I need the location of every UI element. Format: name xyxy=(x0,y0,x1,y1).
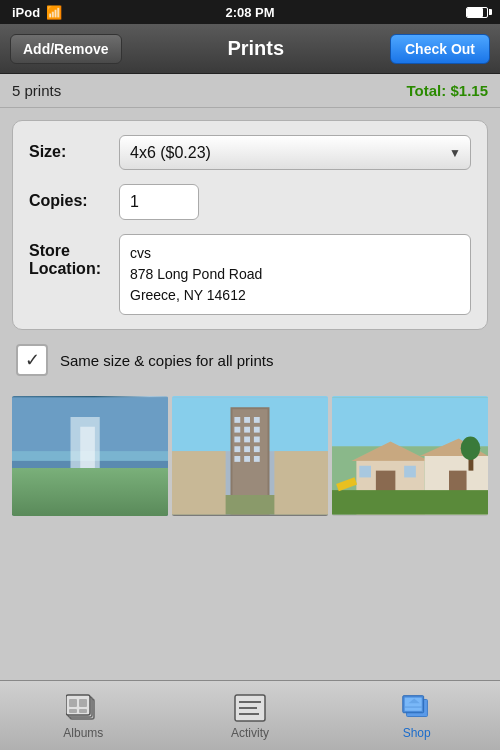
svg-rect-14 xyxy=(254,417,260,423)
status-bar: iPod 📶 2:08 PM xyxy=(0,0,500,24)
svg-rect-4 xyxy=(80,427,95,486)
status-left: iPod 📶 xyxy=(12,5,62,20)
status-right xyxy=(466,7,488,18)
svg-rect-20 xyxy=(254,437,260,443)
photo-thumb-0[interactable] xyxy=(12,396,168,516)
store-location-label: Store Location: xyxy=(29,234,119,278)
photo-strip xyxy=(0,396,500,516)
svg-rect-26 xyxy=(254,456,260,462)
size-label: Size: xyxy=(29,135,119,161)
status-time: 2:08 PM xyxy=(225,5,274,20)
copies-field xyxy=(119,184,471,220)
building-image xyxy=(172,396,328,516)
tab-bar: Albums Activity xyxy=(0,680,500,750)
app-container: iPod 📶 2:08 PM Add/Remove Prints Check O… xyxy=(0,0,500,750)
house-image xyxy=(332,396,488,516)
same-size-row: ✓ Same size & copies for all prints xyxy=(12,344,488,376)
carrier-label: iPod xyxy=(12,5,40,20)
copies-input[interactable] xyxy=(119,184,199,220)
store-address: 878 Long Pond Road xyxy=(130,264,460,285)
copies-label: Copies: xyxy=(29,184,119,210)
svg-rect-17 xyxy=(254,427,260,433)
checkout-button[interactable]: Check Out xyxy=(390,34,490,64)
activity-icon xyxy=(233,693,267,723)
svg-rect-13 xyxy=(244,417,250,423)
store-location-field: cvs 878 Long Pond Road Greece, NY 14612 xyxy=(119,234,471,315)
store-name: cvs xyxy=(130,243,460,264)
tab-activity[interactable]: Activity xyxy=(167,686,334,746)
svg-rect-6 xyxy=(12,490,168,514)
svg-rect-35 xyxy=(359,466,371,478)
albums-tab-icon xyxy=(65,692,101,724)
svg-rect-50 xyxy=(79,709,87,713)
add-remove-button[interactable]: Add/Remove xyxy=(10,34,122,64)
shop-tab-icon xyxy=(399,692,435,724)
store-location-row: Store Location: cvs 878 Long Pond Road G… xyxy=(29,234,471,315)
store-location-box[interactable]: cvs 878 Long Pond Road Greece, NY 14612 xyxy=(119,234,471,315)
svg-rect-24 xyxy=(234,456,240,462)
svg-rect-15 xyxy=(234,427,240,433)
albums-tab-label: Albums xyxy=(63,726,103,740)
svg-rect-12 xyxy=(234,417,240,423)
svg-rect-21 xyxy=(234,446,240,452)
activity-tab-icon xyxy=(232,692,268,724)
tab-albums[interactable]: Albums xyxy=(0,686,167,746)
svg-rect-7 xyxy=(12,495,90,515)
svg-rect-18 xyxy=(234,437,240,443)
size-row: Size: 4x6 ($0.23) 5x7 ($0.49) 8x10 ($3.9… xyxy=(29,135,471,170)
size-select-wrapper[interactable]: 4x6 ($0.23) 5x7 ($0.49) 8x10 ($3.99) ▼ xyxy=(119,135,471,170)
svg-rect-19 xyxy=(244,437,250,443)
activity-tab-label: Activity xyxy=(231,726,269,740)
svg-rect-47 xyxy=(69,699,77,707)
photo-thumb-1[interactable] xyxy=(172,396,328,516)
total-label: Total: xyxy=(407,82,447,99)
tab-shop[interactable]: Shop xyxy=(333,686,500,746)
svg-rect-48 xyxy=(79,699,87,707)
size-field: 4x6 ($0.23) 5x7 ($0.49) 8x10 ($3.99) ▼ xyxy=(119,135,471,170)
svg-rect-36 xyxy=(404,466,416,478)
svg-rect-49 xyxy=(69,709,77,713)
form-card: Size: 4x6 ($0.23) 5x7 ($0.49) 8x10 ($3.9… xyxy=(12,120,488,330)
toolbar: Add/Remove Prints Check Out xyxy=(0,24,500,74)
svg-rect-29 xyxy=(274,451,328,514)
copies-row: Copies: xyxy=(29,184,471,220)
print-count: 5 prints xyxy=(12,82,61,99)
svg-rect-5 xyxy=(12,476,168,515)
checkmark-icon: ✓ xyxy=(25,349,40,371)
photo-thumb-2[interactable] xyxy=(332,396,488,516)
summary-bar: 5 prints Total: $1.15 xyxy=(0,74,500,108)
wifi-icon: 📶 xyxy=(46,5,62,20)
svg-rect-42 xyxy=(332,490,488,514)
store-city: Greece, NY 14612 xyxy=(130,285,460,306)
main-content: 5 prints Total: $1.15 Size: 4x6 ($0.23) … xyxy=(0,74,500,750)
total-display: Total: $1.15 xyxy=(407,82,488,99)
same-size-checkbox[interactable]: ✓ xyxy=(16,344,48,376)
size-select[interactable]: 4x6 ($0.23) 5x7 ($0.49) 8x10 ($3.99) xyxy=(119,135,471,170)
svg-rect-22 xyxy=(244,446,250,452)
albums-icon xyxy=(66,693,100,723)
page-title: Prints xyxy=(227,37,284,60)
svg-rect-16 xyxy=(244,427,250,433)
shop-icon xyxy=(399,691,435,725)
total-value: $1.15 xyxy=(450,82,488,99)
svg-rect-25 xyxy=(244,456,250,462)
same-size-label: Same size & copies for all prints xyxy=(60,352,273,369)
battery-icon xyxy=(466,7,488,18)
svg-rect-23 xyxy=(254,446,260,452)
svg-rect-28 xyxy=(172,451,226,514)
shop-tab-label: Shop xyxy=(403,726,431,740)
waterfall-image xyxy=(12,396,168,516)
svg-point-41 xyxy=(461,437,481,460)
